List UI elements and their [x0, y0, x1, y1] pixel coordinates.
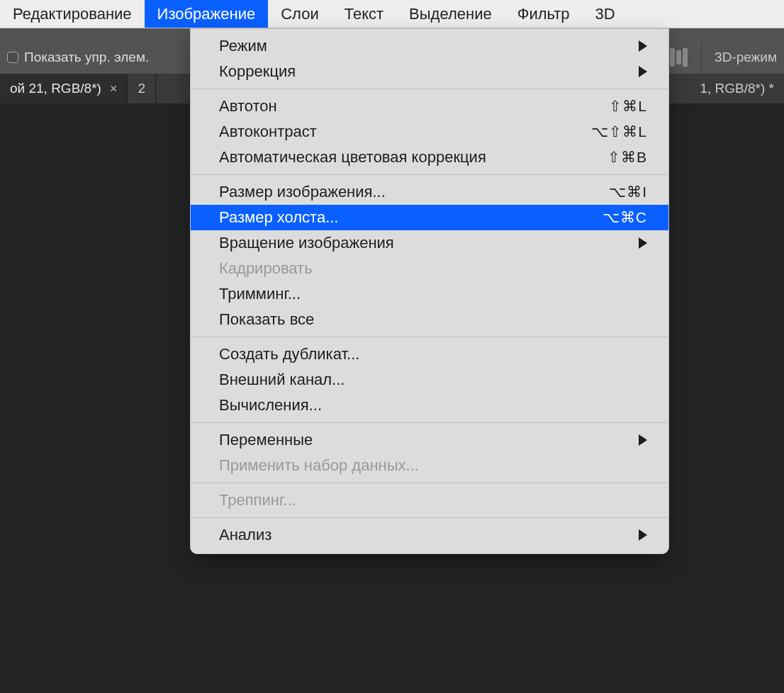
show-controls-option[interactable]: Показать упр. элем.	[7, 50, 149, 65]
image-menu-dropdown: РежимКоррекцияАвтотон⇧⌘LАвтоконтраст⌥⇧⌘L…	[190, 28, 669, 554]
tab-title-fragment: ой 21, RGB/8*)	[10, 81, 101, 96]
menu-item[interactable]: Размер изображения...⌥⌘I	[191, 179, 668, 205]
menu-item[interactable]: Тримминг...	[191, 281, 668, 307]
menu-item[interactable]: Создать дубликат...	[191, 342, 668, 367]
menu-item-shortcut: ⌥⌘I	[609, 184, 647, 201]
menu-item: Применить набор данных...	[191, 453, 668, 478]
menu-label: Слои	[281, 5, 319, 23]
menu-item[interactable]: Размер холста...⌥⌘C	[191, 205, 668, 230]
menu-label: Фильтр	[517, 5, 570, 23]
menu-label: 3D	[595, 5, 615, 23]
document-tab[interactable]: ой 21, RGB/8*) ×	[0, 74, 128, 103]
menu-item[interactable]: Внешний канал...	[191, 367, 668, 393]
menu-item[interactable]: Переменные	[191, 427, 668, 453]
submenu-arrow-icon	[639, 40, 647, 52]
menu-item-shortcut: ⌥⇧⌘L	[591, 123, 647, 140]
submenu-arrow-icon	[639, 66, 647, 77]
menu-item-label: Вращение изображения	[219, 234, 632, 252]
menu-image[interactable]: Изображение	[145, 0, 269, 28]
menu-item-label: Внешний канал...	[219, 371, 647, 389]
menu-item[interactable]: Автоконтраст⌥⇧⌘L	[191, 119, 668, 145]
menu-item-label: Тримминг...	[219, 285, 647, 303]
submenu-arrow-icon	[639, 434, 647, 446]
show-controls-label: Показать упр. элем.	[24, 50, 149, 65]
menu-item-shortcut: ⇧⌘B	[607, 149, 647, 166]
menu-item[interactable]: Автотон⇧⌘L	[191, 94, 668, 119]
menu-item-label: Размер холста...	[219, 208, 603, 227]
menu-label: Выделение	[409, 5, 492, 23]
right-tools: 3D-режим	[670, 43, 777, 72]
menu-item-label: Применить набор данных...	[219, 456, 647, 475]
menu-item-shortcut: ⌥⌘C	[603, 209, 647, 226]
menu-item-label: Создать дубликат...	[219, 345, 647, 364]
menu-separator	[191, 483, 668, 483]
menu-separator	[191, 89, 668, 89]
menu-item-label: Режим	[219, 37, 632, 55]
menu-separator	[191, 337, 668, 337]
menu-item-label: Анализ	[219, 526, 632, 544]
view-columns-icon[interactable]	[670, 48, 688, 67]
submenu-arrow-icon	[639, 529, 647, 541]
menu-select[interactable]: Выделение	[396, 0, 505, 28]
menu-item[interactable]: Вращение изображения	[191, 230, 668, 256]
menu-item: Треппинг...	[191, 488, 668, 513]
menu-item-label: Автоконтраст	[219, 123, 591, 141]
menu-item-label: Размер изображения...	[219, 183, 609, 201]
menu-layers[interactable]: Слои	[268, 0, 332, 28]
menubar: Редактирование Изображение Слои Текст Вы…	[0, 0, 784, 28]
menu-item[interactable]: Анализ	[191, 522, 668, 548]
menu-item-label: Кадрировать	[219, 259, 647, 278]
menu-item-label: Автотон	[219, 97, 609, 116]
menu-separator	[191, 517, 668, 518]
tab-title-fragment: 2	[138, 81, 145, 96]
document-tab[interactable]: 2	[128, 74, 156, 103]
menu-filter[interactable]: Фильтр	[505, 0, 583, 28]
menu-edit[interactable]: Редактирование	[0, 0, 145, 28]
checkbox-icon[interactable]	[7, 52, 18, 63]
menu-item-label: Автоматическая цветовая коррекция	[219, 148, 607, 167]
menu-label: Текст	[345, 5, 383, 23]
menu-item-label: Треппинг...	[219, 491, 647, 509]
menu-item: Кадрировать	[191, 256, 668, 281]
menu-item-label: Вычисления...	[219, 396, 647, 415]
menu-item-label: Коррекция	[219, 62, 632, 81]
close-icon[interactable]: ×	[110, 81, 118, 96]
menu-item[interactable]: Режим	[191, 33, 668, 59]
menu-label: Редактирование	[13, 5, 132, 23]
menu-separator	[191, 174, 668, 175]
menu-item[interactable]: Автоматическая цветовая коррекция⇧⌘B	[191, 145, 668, 170]
tab-title-fragment: 1, RGB/8*) *	[700, 81, 774, 96]
menu-3d[interactable]: 3D	[583, 0, 628, 28]
divider	[701, 43, 702, 72]
menu-text[interactable]: Текст	[332, 0, 396, 28]
menu-label: Изображение	[157, 5, 256, 23]
document-tab[interactable]: 1, RGB/8*) *	[690, 74, 784, 103]
submenu-arrow-icon	[639, 237, 647, 249]
menu-item[interactable]: Показать все	[191, 307, 668, 332]
menu-item-label: Переменные	[219, 431, 632, 449]
menu-item-label: Показать все	[219, 310, 647, 329]
menu-item[interactable]: Вычисления...	[191, 393, 668, 418]
menu-item[interactable]: Коррекция	[191, 59, 668, 84]
mode-3d-label[interactable]: 3D-режим	[715, 50, 777, 65]
menu-separator	[191, 422, 668, 423]
menu-item-shortcut: ⇧⌘L	[609, 98, 647, 115]
